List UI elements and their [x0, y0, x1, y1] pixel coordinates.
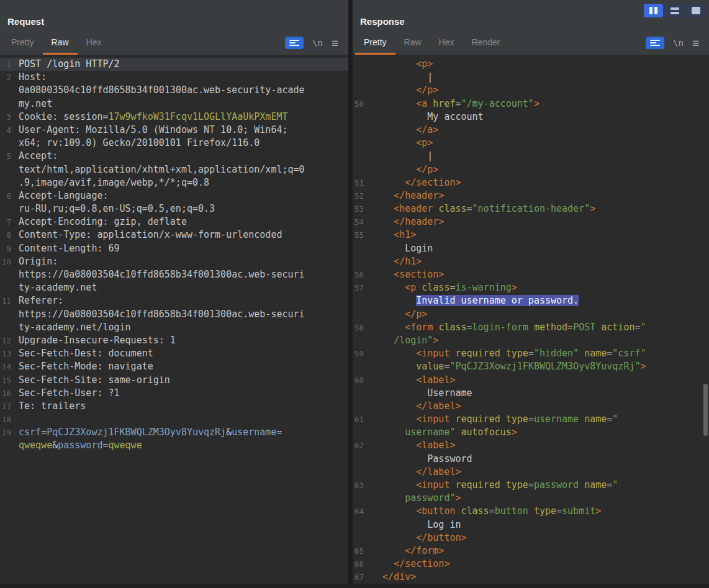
line-number: 15 — [0, 374, 16, 387]
line-number — [353, 518, 369, 531]
response-tabs: PrettyRawHexRender — [355, 31, 508, 55]
tab-pretty[interactable]: Pretty — [2, 31, 43, 55]
line-number — [353, 466, 369, 479]
line-number — [353, 150, 369, 163]
code-line: 19csrf=PqCJZ3Xowzj1FKBWQLZM3Oyv8YuvqzRj&… — [0, 426, 348, 439]
line-number: 9 — [0, 242, 16, 255]
line-number: 7 — [0, 215, 16, 228]
line-number: 54 — [353, 215, 369, 228]
line-number: 59 — [353, 347, 369, 360]
line-number: 50 — [353, 97, 369, 111]
code-line: </p> — [353, 308, 709, 321]
code-line: x64; rv:109.0) Gecko/20100101 Firefox/11… — [0, 137, 348, 150]
tab-hex[interactable]: Hex — [430, 31, 463, 55]
tab-raw[interactable]: Raw — [395, 31, 430, 55]
layout-columns-button[interactable] — [644, 4, 663, 17]
line-number: 63 — [353, 479, 369, 492]
code-line: <p> — [353, 137, 709, 150]
code-line: 11Referer: — [0, 294, 348, 307]
code-line: </p> — [353, 163, 709, 176]
tab-raw[interactable]: Raw — [43, 31, 78, 55]
code-line: .9,image/avif,image/webp,*/*;q=0.8 — [0, 176, 348, 189]
line-number — [353, 334, 369, 347]
line-number — [0, 97, 16, 111]
code-line: 56 <section> — [353, 268, 709, 281]
code-line: 59 <input required type="hidden" name="c… — [353, 347, 709, 360]
line-number — [0, 202, 16, 215]
code-line: 62 <label> — [353, 439, 709, 452]
line-number — [0, 321, 16, 334]
layout-single-button[interactable] — [686, 4, 705, 17]
code-line: Log in — [353, 518, 709, 531]
show-newlines-icon[interactable]: \n — [312, 38, 323, 48]
code-line: 15Sec-Fetch-Site: same-origin — [0, 374, 348, 387]
code-line: 2Host: — [0, 71, 348, 84]
line-number — [0, 281, 16, 294]
code-line: https://0a08003504c10ffd8658b34f001300ac… — [0, 308, 348, 321]
tab-pretty[interactable]: Pretty — [355, 31, 395, 55]
response-editor[interactable]: <p> | </p>50 <a href="/my-account"> My a… — [353, 55, 709, 588]
code-line: 18 — [0, 413, 348, 426]
line-number: 60 — [353, 374, 369, 387]
code-line-selected: 1POST /login HTTP/2 — [0, 58, 348, 71]
code-line: /login"> — [353, 334, 709, 347]
single-pane-icon — [692, 7, 700, 14]
line-number: 53 — [353, 202, 369, 215]
prettify-icon[interactable] — [646, 37, 664, 49]
line-number — [353, 400, 369, 413]
editor-menu-icon[interactable]: ≡ — [692, 37, 699, 49]
panel-divider[interactable] — [348, 0, 353, 588]
line-number: 66 — [353, 558, 369, 571]
tab-hex[interactable]: Hex — [78, 31, 111, 55]
code-line: </label> — [353, 400, 709, 413]
code-line: 3Cookie: session=17w9wfkoW31Fcqv1LOGLlYA… — [0, 111, 348, 124]
line-number: 8 — [0, 228, 16, 242]
code-line: <p> — [353, 58, 709, 71]
line-number: 62 — [353, 439, 369, 452]
message-editor-window: Request PrettyRawHex \n ≡ 1POST /login H… — [0, 0, 709, 588]
code-line: 60 <label> — [353, 374, 709, 387]
code-line: Login — [353, 242, 709, 255]
line-number: 65 — [353, 545, 369, 558]
code-line: 64 <button class=button type=submit> — [353, 505, 709, 518]
line-number — [353, 124, 369, 137]
response-panel: Response PrettyRawHexRender \n ≡ <p> | <… — [353, 0, 709, 588]
layout-switcher — [644, 4, 705, 17]
code-line: </p> — [353, 84, 709, 97]
tab-render[interactable]: Render — [463, 31, 509, 55]
show-newlines-icon[interactable]: \n — [673, 38, 684, 48]
code-line: 10Origin: — [0, 255, 348, 268]
request-editor[interactable]: 1POST /login HTTP/22Host:0a08003504c10ff… — [0, 55, 348, 588]
line-number — [353, 111, 369, 124]
line-number: 56 — [353, 268, 369, 281]
request-panel: Request PrettyRawHex \n ≡ 1POST /login H… — [0, 0, 348, 588]
bottom-scroll-track[interactable] — [0, 584, 709, 588]
code-line: 8Content-Type: application/x-www-form-ur… — [0, 228, 348, 242]
code-line: https://0a08003504c10ffd8658b34f001300ac… — [0, 268, 348, 281]
request-panel-title: Request — [0, 0, 348, 31]
line-number — [0, 176, 16, 189]
line-number: 3 — [0, 111, 16, 124]
columns-icon — [649, 7, 653, 14]
line-number: 64 — [353, 505, 369, 518]
code-line: 50 <a href="/my-account"> — [353, 97, 709, 111]
line-number — [0, 163, 16, 176]
line-number: 51 — [353, 176, 369, 189]
code-line: 7Accept-Encoding: gzip, deflate — [0, 215, 348, 228]
line-number: 61 — [353, 413, 369, 426]
line-number — [353, 255, 369, 268]
code-line: Username — [353, 387, 709, 400]
line-number — [353, 360, 369, 373]
code-line: Invalid username or password. — [353, 294, 709, 307]
prettify-icon[interactable] — [285, 37, 304, 49]
layout-rows-button[interactable] — [665, 4, 684, 17]
line-number — [353, 426, 369, 439]
code-line: Password — [353, 453, 709, 466]
editor-menu-icon[interactable]: ≡ — [332, 37, 338, 49]
line-number — [0, 439, 16, 452]
line-number — [0, 84, 16, 97]
line-number: 17 — [0, 400, 16, 413]
line-number — [0, 137, 16, 150]
line-number: 57 — [353, 281, 369, 294]
response-scrollbar-thumb[interactable] — [703, 384, 708, 436]
